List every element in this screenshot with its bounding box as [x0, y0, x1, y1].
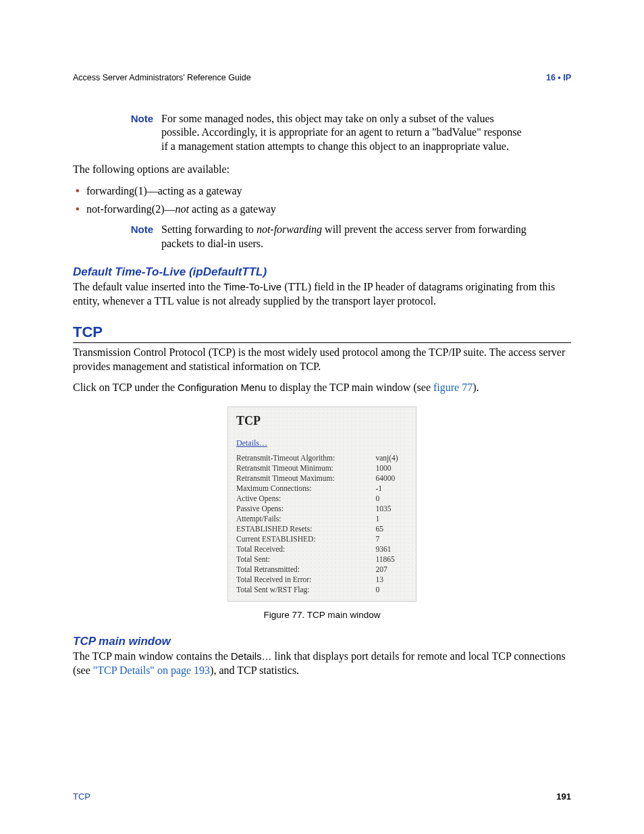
table-row: Total Retransmitted:207 — [235, 564, 409, 574]
text: to display the TCP main window (see — [266, 382, 433, 393]
table-row: Passive Opens:1035 — [235, 503, 409, 513]
text: acting as a gateway — [189, 203, 276, 215]
table-row: Maximum Connections:-1 — [235, 483, 409, 493]
page-footer: TCP 191 — [73, 791, 571, 802]
inline-term: Details… — [231, 650, 272, 662]
figure-card-title: TCP — [236, 414, 409, 428]
note-block-2: Note Setting forwarding to not-forwardin… — [115, 223, 529, 251]
table-row: Total Sent w/RST Flag:0 — [235, 584, 409, 594]
table-row: Active Opens:0 — [235, 493, 409, 503]
stat-value: 7 — [371, 533, 409, 544]
stat-value: 64000 — [371, 473, 409, 483]
footer-section: TCP — [73, 791, 90, 802]
inline-term: Configuration Menu — [178, 382, 266, 393]
text: ). — [473, 382, 479, 393]
stat-value: vanj(4) — [371, 452, 409, 463]
tcp-main-paragraph: The TCP main window contains the Details… — [73, 650, 571, 678]
stat-label: Attempt/Fails: — [235, 513, 371, 523]
stat-label: Total Received: — [235, 544, 371, 554]
stat-value: 9361 — [371, 544, 409, 554]
page-number: 191 — [556, 791, 571, 802]
table-row: Retransmit Timeout Minimum:1000 — [235, 463, 409, 473]
crossref-link[interactable]: "TCP Details" on page 193 — [93, 664, 210, 676]
stat-label: Retransmit-Timeout Algorithm: — [235, 452, 371, 463]
table-row: Total Received:9361 — [235, 544, 409, 554]
stat-value: 65 — [371, 523, 409, 533]
details-link[interactable]: Details… — [236, 438, 267, 448]
text: The default value inserted into the — [73, 281, 223, 292]
options-list: forwarding(1)—acting as a gateway not-fo… — [73, 184, 571, 216]
table-row: Attempt/Fails:1 — [235, 513, 409, 523]
guide-title: Access Server Administrators' Reference … — [73, 73, 251, 82]
table-row: Current ESTABLISHED:7 — [235, 533, 409, 544]
text: ), and TCP statistics. — [210, 664, 299, 676]
stat-value: 0 — [371, 493, 409, 503]
tcp-click: Click on TCP under the Configuration Men… — [73, 381, 571, 395]
table-row: Retransmit Timeout Maximum:64000 — [235, 473, 409, 483]
stat-value: -1 — [371, 483, 409, 493]
stat-value: 0 — [371, 584, 409, 594]
heading-tcp: TCP — [73, 323, 571, 343]
stat-label: ESTABLISHED Resets: — [235, 523, 371, 533]
stat-label: Total Sent w/RST Flag: — [235, 584, 371, 594]
stat-value: 207 — [371, 564, 409, 574]
note-label: Note — [115, 223, 161, 235]
stat-label: Retransmit Timeout Minimum: — [235, 463, 371, 473]
options-intro: The following options are available: — [73, 163, 571, 177]
document-page: Access Server Administrators' Reference … — [0, 0, 644, 834]
note-body: For some managed nodes, this object may … — [161, 112, 529, 153]
emphasis: not — [176, 203, 189, 215]
running-head: Access Server Administrators' Reference … — [73, 73, 571, 82]
stat-value: 1035 — [371, 503, 409, 513]
list-item: forwarding(1)—acting as a gateway — [73, 184, 571, 199]
list-item: not-forwarding(2)—not acting as a gatewa… — [73, 202, 571, 217]
note-block-1: Note For some managed nodes, this object… — [115, 112, 529, 153]
stat-value: 11865 — [371, 554, 409, 564]
figure-caption: Figure 77. TCP main window — [264, 610, 381, 620]
heading-ttl: Default Time-To-Live (ipDefaultTTL) — [73, 265, 571, 279]
text: The TCP main window contains the — [73, 650, 231, 662]
stat-label: Total Received in Error: — [235, 574, 371, 584]
stat-label: Current ESTABLISHED: — [235, 533, 371, 544]
stat-label: Active Opens: — [235, 493, 371, 503]
stat-value: 1 — [371, 513, 409, 523]
table-row: Total Received in Error:13 — [235, 574, 409, 584]
tcp-stats-table: Retransmit-Timeout Algorithm:vanj(4)Retr… — [235, 452, 409, 594]
inline-term: Time-To-Live — [223, 281, 281, 292]
text: not-forwarding(2)— — [86, 203, 176, 215]
emphasis: not-forwarding — [257, 224, 322, 235]
figure-ref-link[interactable]: figure 77 — [433, 382, 473, 393]
table-row: Retransmit-Timeout Algorithm:vanj(4) — [235, 452, 409, 463]
figure-card: TCP Details… Retransmit-Timeout Algorith… — [227, 407, 417, 602]
stat-label: Total Retransmitted: — [235, 564, 371, 574]
note-label: Note — [115, 112, 161, 124]
text: Click on TCP under the — [73, 382, 178, 393]
stat-value: 13 — [371, 574, 409, 584]
chapter-label: 16 • IP — [546, 73, 571, 82]
stat-label: Retransmit Timeout Maximum: — [235, 473, 371, 483]
stat-value: 1000 — [371, 463, 409, 473]
figure-77: TCP Details… Retransmit-Timeout Algorith… — [73, 407, 571, 620]
ttl-paragraph: The default value inserted into the Time… — [73, 280, 571, 309]
stat-label: Total Sent: — [235, 554, 371, 564]
text: Setting forwarding to — [161, 224, 257, 235]
table-row: ESTABLISHED Resets:65 — [235, 523, 409, 533]
tcp-intro: Transmission Control Protocol (TCP) is t… — [73, 346, 571, 374]
heading-tcp-main: TCP main window — [73, 635, 571, 648]
stat-label: Maximum Connections: — [235, 483, 371, 493]
note-body: Setting forwarding to not-forwarding wil… — [161, 223, 529, 251]
stat-label: Passive Opens: — [235, 503, 371, 513]
table-row: Total Sent:11865 — [235, 554, 409, 564]
